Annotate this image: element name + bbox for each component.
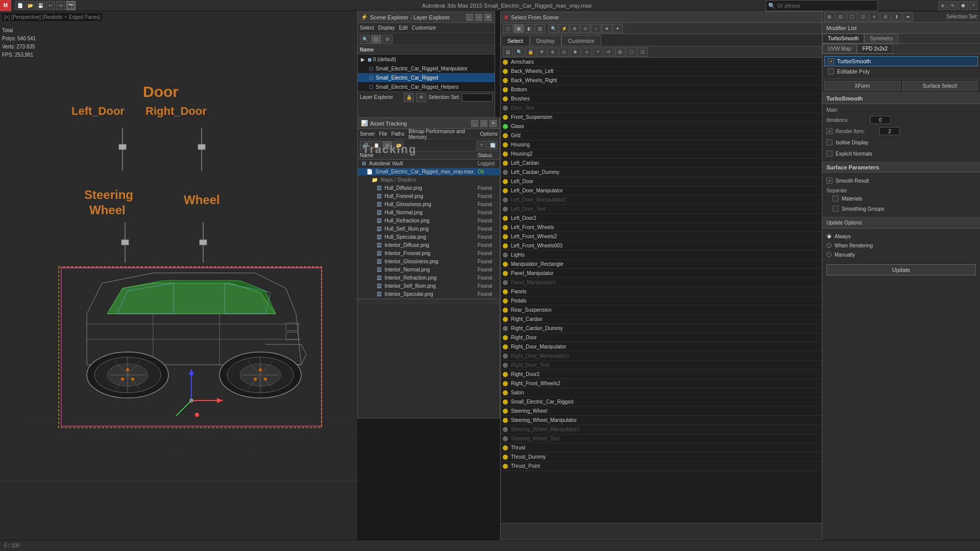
at-menu-bitmap[interactable]: Bitmap Performance and Memory [408, 129, 476, 140]
viewport[interactable]: [+] [Perspective] [Realistic + Edged Fac… [0, 11, 357, 540]
pt-btn3[interactable]: ☐ [847, 12, 857, 21]
olt-btn9[interactable]: ⌖ [593, 47, 603, 57]
st-btn8[interactable]: ⊙ [580, 24, 591, 33]
se-tool2[interactable]: ⊡ [371, 35, 381, 44]
olt-btn2[interactable]: 🔍 [514, 47, 524, 57]
sub-tab-fpd[interactable]: FPD 2x2x2 [857, 44, 893, 54]
iterations-input[interactable] [870, 116, 891, 124]
olt-btn12[interactable]: ☐ [626, 47, 636, 57]
sub-tab-uvw[interactable]: UVW Map [822, 44, 857, 54]
at-scrollbar-x[interactable] [358, 298, 500, 305]
obj-helpers[interactable]: ⬡ Small_Electric_Car_Rigged_Helpers [358, 82, 495, 91]
asset-row[interactable]: 🖼 Hull_Glossiness.png Found [358, 201, 500, 209]
olt-btn13[interactable]: ☑ [638, 47, 648, 57]
menu-display[interactable]: Display [378, 25, 395, 31]
render-iters-check[interactable]: ✓ [826, 128, 832, 134]
asset-row[interactable]: 🖼 Interior_Refraction.png Found [358, 274, 500, 282]
obj-manipulator[interactable]: ⬡ Small_Electric_Car_Rigged_Manipulator [358, 64, 495, 73]
pt-btn4[interactable]: ☑ [858, 12, 868, 21]
at-close[interactable]: ✕ [489, 120, 497, 127]
surface-select-btn[interactable]: Surface Select! [902, 81, 978, 90]
st-btn2[interactable]: ▣ [513, 24, 524, 33]
layer-btn2[interactable]: 👁 [416, 93, 426, 102]
save-btn[interactable]: 💾 [36, 1, 45, 10]
surface-params-header[interactable]: Surface Parameters [822, 162, 980, 172]
st-btn4[interactable]: ▥ [535, 24, 545, 33]
st-btn3[interactable]: ◧ [524, 24, 534, 33]
olt-btn7[interactable]: ✱ [570, 47, 580, 57]
turbosmooth-header[interactable]: TurboSmooth [822, 93, 980, 104]
obj-car-rigged[interactable]: ⬡ Small_Electric_Car_Rigged [358, 73, 495, 82]
at-help[interactable]: ? [476, 141, 486, 150]
pt-btn6[interactable]: ☰ [880, 12, 891, 21]
pt-btn2[interactable]: ⊟ [836, 12, 846, 21]
st-btn9[interactable]: ↕ [591, 24, 601, 33]
pt-btn7[interactable]: ⬍ [892, 12, 902, 21]
when-rendering-radio[interactable] [826, 243, 831, 248]
olt-btn6[interactable]: ⊙ [559, 47, 569, 57]
at-menu-file[interactable]: File [379, 131, 387, 137]
mod-check1[interactable]: ✓ [828, 58, 834, 64]
menu-customize[interactable]: Customize [412, 25, 436, 31]
at-menu-server[interactable]: Server [360, 131, 375, 137]
asset-row[interactable]: 🖼 Hull_Self_Illum.png Found [358, 225, 500, 233]
manually-radio[interactable] [826, 252, 831, 257]
olt-btn10[interactable]: ⟳ [604, 47, 614, 57]
selection-set-input[interactable] [462, 93, 493, 102]
undo-btn[interactable]: ↩ [46, 1, 55, 10]
menu-edit[interactable]: Edit [399, 25, 408, 31]
render-iters-input[interactable] [879, 127, 900, 135]
materials-check[interactable] [832, 195, 839, 202]
asset-row[interactable]: 🖼 Hull_Normal.png Found [358, 209, 500, 217]
asset-row[interactable]: 🖼 Hull_Specular.png Found [358, 233, 500, 241]
mod-check2[interactable] [828, 68, 834, 74]
pt-btn1[interactable]: ⊞ [824, 12, 835, 21]
scene-explorer-minimize[interactable]: _ [466, 14, 473, 21]
at-menu-options[interactable]: Options [480, 131, 498, 137]
update-options-header[interactable]: Update Options [822, 217, 980, 229]
st-btn6[interactable]: ⚡ [559, 24, 569, 33]
asset-row[interactable]: 🖼 Hull_Diffuse.png Found [358, 184, 500, 192]
olt-btn8[interactable]: ⎆ [581, 47, 592, 57]
tab-customize[interactable]: Customize [561, 35, 601, 46]
at-minimize[interactable]: _ [471, 120, 478, 127]
update-button[interactable]: Update [826, 264, 976, 276]
asset-row[interactable]: 🖼 Interior_Glossiness.png Found [358, 258, 500, 266]
scene-explorer-close[interactable]: ✕ [484, 14, 492, 21]
redo-btn[interactable]: ↪ [56, 1, 65, 10]
st-btn5[interactable]: 🔍 [548, 24, 558, 33]
isoline-check[interactable] [826, 139, 832, 145]
layer-default[interactable]: ▶ ◼ 0 (default) [358, 55, 495, 64]
asset-row[interactable]: 🖼 Interior_Fresnel.png Found [358, 249, 500, 258]
st-btn10[interactable]: ★ [602, 24, 612, 33]
at-menu-paths[interactable]: Paths [391, 131, 405, 137]
pt-btn5[interactable]: ≡ [869, 12, 879, 21]
help-btn[interactable]: ? [969, 1, 978, 10]
olt-btn4[interactable]: 👁 [536, 47, 547, 57]
menu-select[interactable]: Select [360, 25, 374, 31]
st-btn1[interactable]: ◻ [503, 24, 513, 33]
new-btn[interactable]: 📄 [15, 1, 24, 10]
mod-item-turbosmooth[interactable]: ✓ TurboSmooth [824, 56, 978, 66]
asset-row[interactable]: 🖼 Hull_Fresnel.png Found [358, 192, 500, 201]
smooth-result-check[interactable]: ✓ [826, 178, 832, 184]
st-btn11[interactable]: ✦ [612, 24, 623, 33]
mod-tab-symmetry[interactable]: Symmetry [864, 34, 898, 43]
se-tool1[interactable]: 🔍 [360, 35, 370, 44]
mod-item-editable-poly[interactable]: Editable Poly [824, 66, 978, 77]
olt-btn11[interactable]: ⊞ [615, 47, 625, 57]
rotate-btn[interactable]: ↻ [948, 1, 958, 10]
open-btn[interactable]: 📂 [26, 1, 35, 10]
always-radio[interactable] [826, 234, 831, 239]
scale-btn[interactable]: ⬟ [959, 1, 968, 10]
xform-btn[interactable]: XForm [824, 81, 900, 90]
explicit-check[interactable] [826, 151, 832, 157]
at-refresh[interactable]: 🔄 [487, 141, 498, 150]
asset-row[interactable]: 🖼 Interior_Specular.png Found [358, 290, 500, 298]
pt-btn8[interactable]: ⬌ [903, 12, 913, 21]
mod-tab-turbosmooth[interactable]: TurboSmooth [822, 34, 864, 43]
layer-btn1[interactable]: 🔒 [404, 93, 414, 102]
tab-display[interactable]: Display [530, 35, 561, 46]
se-tool3[interactable]: ⚙ [382, 35, 393, 44]
asset-row[interactable]: 🖼 Hull_Refraction.png Found [358, 217, 500, 225]
